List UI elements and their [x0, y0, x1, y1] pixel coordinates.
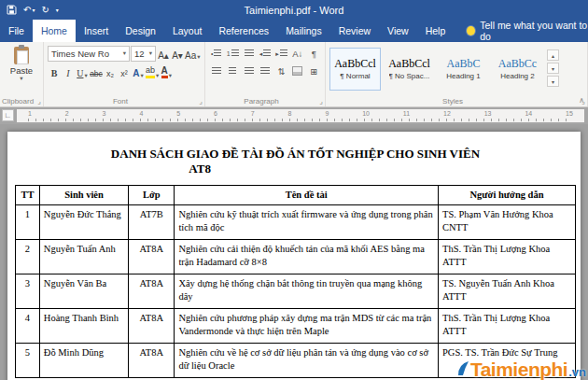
cell-lop[interactable]: AT7B	[129, 204, 175, 239]
bullets-button[interactable]: •	[209, 46, 223, 61]
cell-sinh-vien[interactable]: Nguyễn Đức Thắng	[39, 204, 128, 239]
tab-selector[interactable]: ∟	[2, 109, 14, 121]
cell-sinh-vien[interactable]: Hoàng Thanh Bình	[39, 308, 128, 343]
column-header-sinh-vien[interactable]: Sinh viên	[39, 185, 128, 204]
tab-mailings[interactable]: Mailings	[277, 20, 330, 42]
redo-button[interactable]: ↻	[41, 6, 49, 15]
font-color-button[interactable]: A▾	[160, 64, 173, 79]
tab-view[interactable]: View	[379, 20, 417, 42]
cell-nguoi-huong-dan[interactable]: TS. Phạm Văn Hưởng Khoa CNTT	[438, 204, 575, 239]
cell-tt[interactable]: 5	[16, 343, 40, 377]
align-left-icon	[212, 67, 221, 76]
ruler-number: 6	[214, 110, 217, 117]
subscript-button[interactable]: x₂	[104, 64, 117, 79]
line-spacing-button[interactable]: ⇅	[274, 63, 288, 78]
borders-button[interactable]: ⊞	[307, 63, 321, 78]
cell-tt[interactable]: 2	[16, 239, 40, 274]
cell-ten-de-tai[interactable]: Nghiên cứu phương pháp xây dựng ma trận …	[175, 308, 439, 343]
align-left-button[interactable]	[209, 63, 223, 78]
cell-nguoi-huong-dan[interactable]: ThS. Trần Thị Lượng Khoa ATTT	[438, 308, 575, 343]
show-hide-marks-button[interactable]: ¶	[307, 46, 321, 61]
cell-ten-de-tai[interactable]: Nghiên cứu về hệ cơ sở dữ liệu phân tán …	[175, 343, 439, 377]
align-right-button[interactable]	[242, 63, 256, 78]
cell-tt[interactable]: 1	[16, 204, 40, 239]
shading-button[interactable]	[290, 63, 304, 78]
styles-scroll-up-button[interactable]: ▴	[547, 49, 559, 61]
numbering-button[interactable]: 1	[225, 46, 239, 61]
undo-button[interactable]: ↶▾	[23, 6, 35, 15]
tell-me-box[interactable]: Tell me what you want to do	[467, 20, 588, 42]
font-dialog-launcher[interactable]: ⌟	[199, 98, 203, 106]
font-name-caret-icon: ▾	[123, 50, 126, 57]
style-normal[interactable]: AaBbCcl ¶ Normal	[329, 48, 381, 91]
paragraph-dialog-launcher[interactable]: ⌟	[319, 98, 323, 106]
ruler-number: 5	[176, 110, 180, 117]
document-title-line-2[interactable]: AT8	[189, 162, 576, 176]
superscript-button[interactable]: x²	[118, 64, 131, 79]
text-effects-button[interactable]: A▾	[132, 64, 145, 79]
column-header-nguoi-huong-dan[interactable]: Người hướng dẫn	[438, 185, 575, 204]
shrink-font-button[interactable]: A▾	[171, 47, 184, 62]
tab-home[interactable]: Home	[33, 20, 76, 42]
cell-nguoi-huong-dan[interactable]: TS. Nguyễn Tuấn Anh Khoa ATTT	[438, 274, 575, 308]
bold-button[interactable]: B	[48, 64, 61, 79]
change-case-button[interactable]: Aa▾	[185, 47, 201, 62]
tell-me-label: Tell me what you want to do	[480, 20, 588, 42]
document-title-line-1[interactable]: DANH SÁCH GIAO ĐỀ TÀI ĐỒ ÁN TỐT NGHIỆP C…	[15, 147, 576, 162]
tab-design[interactable]: Design	[117, 20, 164, 42]
cell-lop[interactable]: AT8A	[129, 343, 175, 377]
cell-nguoi-huong-dan[interactable]: ThS. Trần Thị Lượng Khoa ATTT	[438, 239, 575, 274]
paste-button[interactable]: Paste ▾	[10, 46, 33, 82]
cell-lop[interactable]: AT8A	[129, 239, 175, 274]
font-name-combo[interactable]: Times New Ro ▾	[48, 46, 130, 62]
table-row: 1 Nguyễn Đức Thắng AT7B Nghiên cứu kỹ th…	[16, 204, 576, 239]
column-header-lop[interactable]: Lớp	[129, 185, 175, 204]
customize-qat-button[interactable]: ▾	[56, 7, 59, 13]
grow-font-button[interactable]: A▴	[157, 47, 170, 62]
collapse-ribbon-button[interactable]: ∧	[579, 96, 584, 105]
styles-more-button[interactable]: ▾	[547, 76, 559, 87]
tab-references[interactable]: References	[210, 20, 277, 42]
document-title[interactable]: DANH SÁCH GIAO ĐỀ TÀI ĐỒ ÁN TỐT NGHIỆP C…	[15, 147, 576, 177]
highlight-button[interactable]: ab▾	[146, 64, 159, 79]
cell-ten-de-tai[interactable]: Nghiên cứu kỹ thuật trích xuất firmware …	[175, 204, 439, 239]
style-no-spacing[interactable]: AaBbCcl ¶ No Spac...	[384, 48, 435, 91]
tab-insert[interactable]: Insert	[76, 20, 117, 42]
decrease-indent-button[interactable]: ◂	[258, 46, 272, 61]
cell-lop[interactable]: AT8A	[129, 274, 175, 308]
cell-sinh-vien[interactable]: Nguyễn Văn Ba	[39, 274, 128, 308]
lightbulb-icon	[467, 26, 475, 35]
italic-button[interactable]: I	[62, 64, 75, 79]
align-center-button[interactable]	[225, 63, 239, 78]
tab-layout[interactable]: Layout	[164, 20, 211, 42]
cell-sinh-vien[interactable]: Đỗ Minh Dũng	[39, 343, 128, 377]
ruler-number: 2	[65, 110, 69, 117]
cell-lop[interactable]: AT8A	[129, 308, 175, 343]
column-header-tt[interactable]: TT	[16, 185, 40, 204]
multilevel-list-button[interactable]	[242, 46, 256, 61]
tab-file[interactable]: File	[0, 20, 33, 42]
tab-review[interactable]: Review	[330, 20, 379, 42]
sort-button[interactable]: A↓	[290, 46, 304, 61]
cell-ten-de-tai[interactable]: Xây dựng hệ thống chặn bắt thông tin tru…	[175, 274, 439, 308]
clipboard-dialog-launcher[interactable]: ⌟	[37, 98, 41, 106]
tab-help[interactable]: Help	[417, 20, 455, 42]
save-button[interactable]	[7, 5, 17, 15]
outdent-arrow-icon: ◂	[259, 50, 263, 57]
document-page[interactable]: DANH SÁCH GIAO ĐỀ TÀI ĐỒ ÁN TỐT NGHIỆP C…	[7, 132, 581, 380]
strikethrough-button[interactable]: abc	[90, 64, 103, 79]
styles-scroll-down-button[interactable]: ▾	[547, 63, 559, 74]
horizontal-ruler[interactable]: ∟ 1 2 3 4 5 6 7 8 9 10 11 12 13 14 15	[0, 107, 588, 124]
style-heading-2[interactable]: AaBbCc Heading 2	[492, 48, 543, 91]
cell-tt[interactable]: 4	[16, 308, 40, 343]
increase-indent-button[interactable]: ▸	[274, 46, 288, 61]
underline-button[interactable]: U▾	[76, 64, 89, 79]
style-heading-1[interactable]: AaBbC Heading 1	[438, 48, 489, 91]
justify-button[interactable]	[258, 63, 272, 78]
bullet-list-icon	[214, 49, 221, 58]
cell-tt[interactable]: 3	[16, 274, 40, 308]
cell-ten-de-tai[interactable]: Nghiên cứu cải thiện độ khuếch tán của m…	[175, 239, 439, 274]
cell-sinh-vien[interactable]: Nguyễn Tuấn Anh	[39, 239, 128, 274]
column-header-ten-de-tai[interactable]: Tên đề tài	[175, 185, 439, 204]
font-size-combo[interactable]: 12 ▾	[131, 46, 156, 62]
